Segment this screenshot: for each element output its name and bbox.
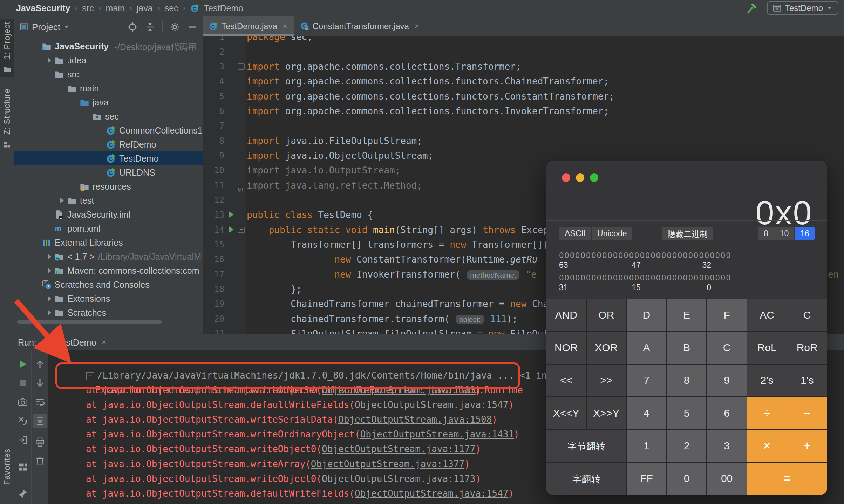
stripe-item-zstructure[interactable]: Z: Structure	[0, 86, 14, 152]
arrow-down-icon[interactable]	[35, 378, 45, 388]
code-line[interactable]: 5import org.apache.commons.collections.f…	[203, 89, 844, 104]
calc-key-5[interactable]: 5	[667, 397, 707, 429]
stack-link[interactable]: ObjectOutputStream.java:1547	[355, 488, 508, 499]
calc-key-c[interactable]: C	[707, 332, 747, 363]
bug-arrow-icon[interactable]	[18, 416, 28, 426]
calc-key-3[interactable]: 3	[707, 430, 747, 462]
calc-key-00[interactable]: 00	[707, 463, 747, 495]
tree-item---1-7--[interactable]: < 1.7 >/Library/Java/JavaVirtualM	[14, 250, 203, 264]
calc-key-a[interactable]: A	[627, 332, 666, 363]
stack-link[interactable]: ObjectOutputStream.java:1173	[322, 474, 475, 484]
fold-collapse-icon[interactable]: −	[238, 63, 245, 70]
collapse-all-icon[interactable]	[145, 22, 155, 32]
code-line[interactable]: 1package sec;	[203, 36, 844, 44]
base-button-10[interactable]: 10	[774, 227, 795, 240]
stack-link[interactable]: ObjectOutputStream.java:1177	[322, 444, 475, 454]
tree-item-resources[interactable]: resources	[14, 179, 203, 193]
calc-key-[interactable]: ÷	[747, 397, 787, 429]
stripe-item-favorites[interactable]: Favorites	[0, 446, 14, 488]
project-panel-title[interactable]: Project	[32, 22, 60, 33]
tree-item-test[interactable]: test	[14, 193, 203, 207]
stack-link[interactable]: ObjectOutputStream.java:1508	[338, 414, 492, 425]
calc-key-[interactable]: 字翻转	[546, 463, 626, 495]
tree-expand-arrow[interactable]	[57, 198, 67, 203]
base-button-8[interactable]: 8	[758, 227, 774, 240]
calc-key-[interactable]: 字节翻转	[546, 430, 626, 462]
fold-expanded-icon[interactable]	[238, 182, 243, 188]
camera-icon[interactable]	[18, 397, 28, 407]
tree-item-testdemo[interactable]: CTestDemo	[14, 151, 203, 165]
window-zoom-button[interactable]	[590, 173, 598, 182]
calc-key-6[interactable]: 6	[707, 397, 747, 429]
calc-key-[interactable]: ×	[747, 430, 787, 462]
calc-key-1[interactable]: 1	[627, 430, 666, 462]
build-hammer-icon[interactable]	[746, 2, 758, 14]
calc-key-xy[interactable]: X<<Y	[546, 397, 586, 429]
calc-key-ac[interactable]: AC	[747, 299, 787, 331]
calc-key-ff[interactable]: FF	[627, 463, 666, 495]
breadcrumb-item[interactable]: TestDemo	[204, 3, 244, 13]
breadcrumb-item[interactable]: JavaSecurity	[16, 3, 70, 13]
hide-binary-button[interactable]: 隐藏二进制	[662, 227, 713, 240]
close-icon[interactable]: ×	[102, 338, 106, 347]
calc-key-ror[interactable]: RoR	[787, 332, 827, 363]
stack-link[interactable]: ObjectOutputStream.java:1547	[355, 400, 508, 410]
calc-key-and[interactable]: AND	[546, 299, 586, 331]
calc-key-[interactable]: +	[787, 430, 827, 462]
calc-key-[interactable]: −	[787, 397, 827, 429]
scroll-to-end-icon[interactable]	[33, 414, 47, 428]
code-line[interactable]: 7	[203, 118, 844, 133]
code-line[interactable]: 3−import org.apache.commons.collections.…	[203, 59, 844, 74]
calc-key-rol[interactable]: RoL	[747, 332, 787, 363]
stripe-item-project[interactable]: 1: Project	[0, 19, 14, 77]
calc-key-2[interactable]: 2	[667, 430, 707, 462]
calc-key-c[interactable]: C	[787, 299, 827, 331]
calc-key-2s[interactable]: 2's	[747, 365, 787, 396]
calc-key-nor[interactable]: NOR	[546, 332, 586, 363]
window-close-button[interactable]	[562, 173, 570, 182]
window-minimize-button[interactable]	[576, 173, 584, 182]
calc-key-or[interactable]: OR	[587, 299, 626, 331]
target-icon[interactable]	[127, 22, 138, 32]
tree-expand-arrow[interactable]	[45, 268, 54, 273]
calc-key-4[interactable]: 4	[627, 397, 666, 429]
breadcrumb-item[interactable]: main	[106, 3, 125, 13]
stack-link[interactable]: ObjectOutputStream.java:1431	[360, 429, 514, 440]
pin-icon[interactable]	[18, 489, 28, 499]
close-icon[interactable]: ×	[283, 22, 287, 31]
calc-key-f[interactable]: F	[707, 299, 747, 331]
calc-key-xor[interactable]: XOR	[587, 332, 626, 363]
calc-key-d[interactable]: D	[627, 299, 666, 331]
calc-key-b[interactable]: B	[667, 332, 707, 363]
close-icon[interactable]: ×	[415, 22, 419, 31]
tree-item-src[interactable]: src	[14, 67, 203, 81]
stop-icon[interactable]	[18, 378, 28, 388]
fold-collapse-icon[interactable]: −	[238, 227, 245, 233]
exit-icon[interactable]	[18, 435, 28, 445]
encoding-button-unicode[interactable]: Unicode	[591, 227, 632, 240]
tab-constanttransformer-java[interactable]: CConstantTransformer.java×	[294, 16, 426, 36]
calc-key-[interactable]: =	[747, 463, 827, 495]
soft-wrap-icon[interactable]	[35, 397, 45, 407]
code-line[interactable]: 8import java.io.FileOutputStream;	[203, 134, 844, 148]
calc-key-0[interactable]: 0	[667, 463, 707, 495]
breadcrumb-item[interactable]: sec	[165, 3, 178, 13]
run-configuration-selector[interactable]: TestDemo	[767, 1, 838, 15]
tree-item-java[interactable]: java	[14, 95, 203, 109]
tree-expand-arrow[interactable]	[45, 254, 54, 259]
code-line[interactable]: 4import org.apache.commons.collections.f…	[203, 74, 844, 89]
run-line-icon[interactable]	[229, 226, 234, 233]
tree-item-sec[interactable]: sec	[14, 109, 203, 123]
tree-expand-arrow[interactable]	[45, 57, 54, 63]
tree-item-pom-xml[interactable]: mpom.xml	[14, 222, 203, 236]
gear-icon[interactable]	[170, 22, 180, 32]
calc-key-1s[interactable]: 1's	[787, 365, 827, 396]
base-button-16[interactable]: 16	[794, 227, 815, 240]
tree-item-refdemo[interactable]: CRefDemo	[14, 137, 203, 151]
tab-testdemo-java[interactable]: CTestDemo.java×	[203, 16, 294, 36]
tree-item-external-libraries[interactable]: External Libraries	[14, 236, 203, 250]
code-line[interactable]: 6import org.apache.commons.collections.f…	[203, 104, 844, 118]
tree-item-scratches-and-consoles[interactable]: Scratches and Consoles	[14, 278, 203, 292]
calc-key-8[interactable]: 8	[667, 365, 707, 396]
breadcrumb-item[interactable]: java	[137, 3, 153, 13]
